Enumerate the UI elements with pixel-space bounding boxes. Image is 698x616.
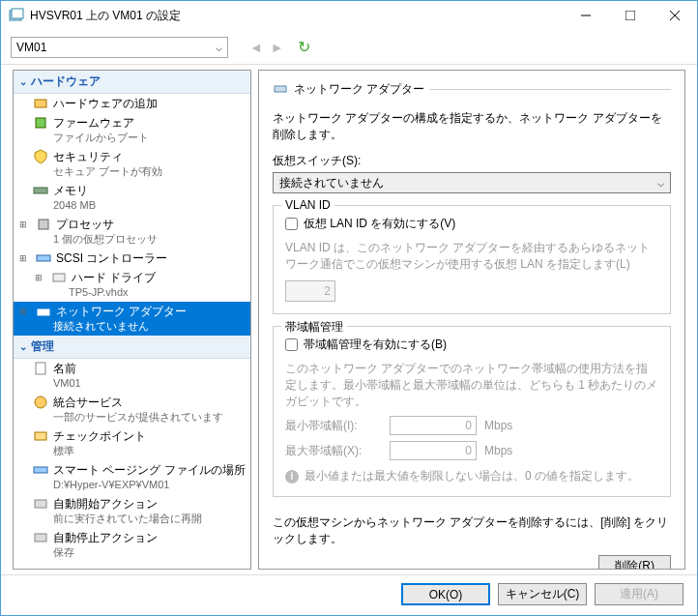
nav-forward-button[interactable]: ►: [271, 40, 284, 55]
toolbar: VM01 ⌵ ◄ ► ↻: [1, 30, 697, 65]
svg-rect-10: [37, 255, 50, 261]
sidebar-item-paging[interactable]: スマート ページング ファイルの場所 D:¥Hyper-V¥EXP¥VM01: [14, 460, 250, 494]
content-panel: ネットワーク アダプター ネットワーク アダプターの構成を指定するか、ネットワー…: [258, 70, 685, 570]
svg-rect-13: [36, 363, 45, 374]
vm-selector-dropdown[interactable]: VM01 ⌵: [11, 37, 228, 58]
close-button[interactable]: [653, 1, 697, 30]
content-description: ネットワーク アダプターの構成を指定するか、ネットワーク アダプターを削除します…: [273, 110, 671, 143]
vm-selector-value: VM01: [16, 41, 46, 54]
minimize-button[interactable]: [564, 1, 608, 30]
apply-button[interactable]: 適用(A): [595, 583, 683, 605]
dialog-footer: OK(O) キャンセル(C) 適用(A): [1, 574, 697, 613]
hardware-section-header[interactable]: ⌄ ハードウェア: [14, 71, 250, 94]
maximize-button[interactable]: [608, 1, 653, 30]
svg-rect-17: [35, 500, 46, 508]
vlan-enable-label: 仮想 LAN ID を有効にする(V): [304, 216, 455, 232]
chevron-down-icon: ⌄: [19, 341, 27, 352]
svg-rect-15: [35, 432, 46, 440]
vlan-id-input[interactable]: [285, 280, 335, 302]
min-bandwidth-unit: Mbps: [484, 419, 512, 432]
window-title: HVSVR01 上の VM01 の設定: [30, 8, 564, 24]
settings-icon: [9, 8, 24, 23]
svg-rect-19: [275, 86, 286, 92]
sidebar-item-autostop[interactable]: 自動停止アクション 保存: [14, 528, 250, 562]
vswitch-dropdown[interactable]: 接続されていません ⌵: [273, 172, 671, 193]
svg-rect-9: [39, 220, 48, 229]
content-title: ネットワーク アダプター: [294, 81, 424, 98]
sidebar-item-add-hardware[interactable]: ハードウェアの追加: [14, 94, 250, 113]
remove-description: この仮想マシンからネットワーク アダプターを削除するには、[削除] をクリックし…: [273, 514, 671, 547]
bandwidth-description: このネットワーク アダプターでのネットワーク帯域幅の使用方法を指定します。最小帯…: [285, 361, 658, 410]
sidebar-item-integration[interactable]: 統合サービス 一部のサービスが提供されています: [14, 393, 250, 426]
svg-rect-1: [12, 9, 23, 18]
svg-rect-18: [35, 534, 46, 542]
chevron-down-icon: ⌄: [19, 76, 27, 87]
chevron-down-icon: ⌵: [216, 41, 222, 54]
chevron-down-icon: ⌵: [657, 176, 664, 190]
sidebar-item-firmware[interactable]: ファームウェア ファイルからブート: [14, 113, 250, 147]
svg-point-14: [35, 396, 46, 408]
svg-rect-6: [35, 100, 46, 107]
max-bandwidth-input[interactable]: [390, 441, 477, 460]
sidebar-item-security[interactable]: セキュリティ セキュア ブートが有効: [14, 147, 250, 181]
cancel-button[interactable]: キャンセル(C): [498, 583, 587, 605]
sidebar-item-memory[interactable]: メモリ 2048 MB: [14, 181, 250, 215]
svg-rect-11: [53, 274, 65, 281]
svg-rect-8: [34, 188, 47, 193]
management-section-header[interactable]: ⌄ 管理: [14, 336, 250, 359]
titlebar: HVSVR01 上の VM01 の設定: [1, 1, 697, 30]
svg-rect-16: [34, 467, 47, 473]
min-bandwidth-input[interactable]: [390, 416, 477, 435]
settings-tree: ⌄ ハードウェア ハードウェアの追加 ファームウェア ファイルからブート セキュ…: [13, 70, 251, 570]
svg-rect-7: [36, 118, 45, 128]
bandwidth-info-text: 最小値または最大値を制限しない場合は、0 の値を指定します。: [305, 468, 639, 484]
bandwidth-legend: 帯域幅管理: [281, 319, 347, 336]
vlan-description: VLAN ID は、このネットワーク アダプターを経由するあらゆるネットワーク通…: [285, 240, 658, 273]
sidebar-item-autostart[interactable]: 自動開始アクション 前に実行されていた場合に再開: [14, 494, 250, 528]
info-icon: i: [285, 470, 299, 484]
sidebar-item-scsi[interactable]: SCSI コントローラー: [14, 249, 250, 268]
max-bandwidth-label: 最大帯域幅(X):: [285, 443, 382, 459]
vlan-groupbox: VLAN ID 仮想 LAN ID を有効にする(V) VLAN ID は、この…: [273, 205, 671, 314]
remove-button[interactable]: 削除(R): [598, 555, 671, 570]
refresh-button[interactable]: ↻: [298, 38, 310, 56]
ok-button[interactable]: OK(O): [401, 583, 490, 605]
bandwidth-enable-label: 帯域幅管理を有効にする(B): [304, 337, 447, 353]
bandwidth-groupbox: 帯域幅管理 帯域幅管理を有効にする(B) このネットワーク アダプターでのネット…: [273, 326, 671, 497]
min-bandwidth-label: 最小帯域幅(I):: [285, 418, 382, 434]
svg-rect-12: [38, 309, 49, 315]
sidebar-item-processor[interactable]: プロセッサ 1 個の仮想プロセッサ: [14, 215, 250, 249]
sidebar-item-network-adapter[interactable]: ネットワーク アダプター 接続されていません: [14, 302, 250, 336]
network-adapter-icon: [273, 80, 288, 99]
vlan-legend: VLAN ID: [281, 198, 334, 212]
sidebar-item-name[interactable]: 名前 VM01: [14, 359, 250, 393]
svg-rect-3: [625, 11, 635, 20]
vswitch-label: 仮想スイッチ(S):: [273, 153, 671, 169]
vlan-enable-checkbox[interactable]: [285, 218, 298, 230]
bandwidth-enable-checkbox[interactable]: [285, 338, 298, 351]
sidebar-item-harddrive[interactable]: ハード ドライブ TP5-JP.vhdx: [14, 268, 250, 302]
sidebar-item-checkpoint[interactable]: チェックポイント 標準: [14, 426, 250, 460]
nav-back-button[interactable]: ◄: [249, 40, 263, 55]
max-bandwidth-unit: Mbps: [484, 444, 512, 457]
